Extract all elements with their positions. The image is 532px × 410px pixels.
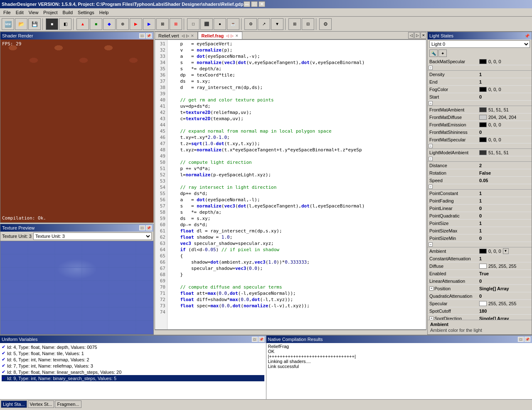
shader-render-dock[interactable]: □ [139,33,145,38]
ambient-dropdown-btn[interactable]: ▼ [503,248,509,254]
texture-preview-pin[interactable]: 📌 [146,225,152,230]
menu-build[interactable]: Build [60,9,75,16]
uniform-vars-pin[interactable]: 📌 [259,337,264,342]
lightmodelambient-swatch[interactable] [479,150,487,155]
right-panel-pin[interactable]: 📌 [524,33,530,38]
diffuse-swatch[interactable] [479,264,487,269]
menu-file[interactable]: File [1,9,13,16]
uniform-vars-dock[interactable]: □ [252,337,258,342]
section-motion[interactable]: − [428,156,532,162]
uniform-item-9[interactable]: ✔ Id: 9, Type: int, Name: binary_search_… [2,375,264,381]
code-content[interactable]: p = eyeSpaceVert; v = normalize(p); a = … [167,40,426,329]
toolbar-shape-sphere[interactable]: ● [214,18,226,30]
prop-frontmatdiffuse-value[interactable]: 204, 204, 204 [478,114,532,120]
light-tool-2[interactable]: ✦ [438,49,447,57]
prop-specular-value[interactable]: 255, 255, 255 [478,301,532,306]
toolbar-dropdown[interactable]: ▼ [271,18,283,30]
prop-pointsizemax-value[interactable]: 1 [478,228,532,234]
backmatspecular-swatch[interactable] [479,59,487,64]
prop-speed-value[interactable]: 0.05 [478,178,532,183]
tab-nav-close[interactable]: ✕ [421,32,426,39]
tab-frag-close[interactable]: ✕ [235,34,239,38]
toolbar-shape-box[interactable]: □ [187,18,200,30]
toolbar-save[interactable]: 💾 [28,18,41,30]
prop-frontmatambient-value[interactable]: 51, 51, 51 [478,107,532,113]
section-motion-toggle[interactable]: − [429,157,433,161]
section-fog[interactable]: − [428,65,532,71]
statusbar-lightstates[interactable]: Light Sta... [1,400,27,408]
maximize-button[interactable]: □ [251,1,258,7]
prop-lightmodelambient-value[interactable]: 51, 51, 51 [478,150,532,156]
section-light[interactable]: − [428,242,532,247]
prop-spotdirection-value[interactable]: Single[] Array [478,316,532,320]
frontmatambient-swatch[interactable] [479,107,487,112]
tab-nav-right[interactable]: ▷ [414,32,420,39]
horizontal-scrollbar[interactable] [155,330,426,335]
toolbar-scene1[interactable]: ▲ [76,18,89,30]
prop-enabled-value[interactable]: True [478,271,532,277]
prop-linearattenuation-value[interactable]: 0 [478,278,532,284]
section-lightmodel-toggle[interactable]: − [429,144,433,148]
prop-pointconstant-value[interactable]: 1 [478,190,532,196]
shader-render-pin[interactable]: 📌 [146,33,152,38]
specular-swatch[interactable] [479,301,487,306]
toolbar-render1[interactable]: ■ [46,18,58,30]
section-fog-toggle[interactable]: − [429,66,433,70]
section-lightmodel[interactable]: − [428,143,532,149]
statusbar-vertexst[interactable]: Vertex St... [28,400,54,408]
menu-project[interactable]: Project [41,9,60,16]
toolbar-light[interactable]: ⚙ [244,18,257,30]
toolbar-compile3[interactable]: ⊠ [156,18,169,30]
toolbar-shape-teapot[interactable]: ☕ [227,18,239,30]
prop-pointquadratic-value[interactable]: 0 [478,213,532,219]
fogcolor-swatch[interactable] [479,87,487,92]
prop-start-value[interactable]: 0 [478,94,532,100]
prop-frontmatspecular-value[interactable]: 0, 0, 0 [478,137,532,143]
prop-constattenuation-value[interactable]: 1 [478,256,532,262]
tab-nav-left[interactable]: ◁ [408,32,414,39]
toolbar-new[interactable]: 🆕 [2,18,14,30]
texture-preview-dock[interactable]: □ [139,225,145,230]
toolbar-arrow[interactable]: ↗ [258,18,270,30]
prop-end-value[interactable]: 1 [478,79,532,85]
toolbar-scene2[interactable]: ■ [90,18,102,30]
native-compile-pin[interactable]: 📌 [525,337,530,342]
code-editor[interactable]: 3132333435 3637383940 4142434445 4647484… [155,40,426,330]
minimize-button[interactable]: — [244,1,250,7]
ambient-swatch[interactable] [479,249,487,254]
prop-rotation-value[interactable]: False [478,170,532,176]
menu-help[interactable]: Help [97,9,111,16]
prop-backmatspecular-value[interactable]: 0, 0, 0 [478,59,532,64]
prop-spotcutoff-value[interactable]: 180 [478,308,532,314]
toolbar-settings[interactable]: ⚙ [319,18,332,30]
frontmatdiffuse-swatch[interactable] [479,115,487,120]
toolbar-open[interactable]: 📂 [15,18,27,30]
menu-settings[interactable]: Settings [75,9,97,16]
section-point[interactable]: − [428,184,532,190]
menu-edit[interactable]: Edit [13,9,26,16]
toolbar-scene3[interactable]: ◆ [103,18,116,30]
prop-pointfading-value[interactable]: 1 [478,198,532,204]
toolbar-compile4[interactable]: ⊠ [170,18,182,30]
toolbar-tex2[interactable]: ⊟ [302,18,314,30]
prop-density-value[interactable]: 1 [478,72,532,77]
section-point-toggle[interactable]: − [429,185,433,189]
light-tool-1[interactable]: 🔦 [429,49,438,57]
texture-unit-dropdown[interactable]: Texture Unit: 3 [33,232,152,240]
prop-frontmatshininess-value[interactable]: 0 [478,129,532,135]
prop-ambient-value[interactable]: 0, 0, 0 ▼ [478,248,532,254]
frontmatspecular-swatch[interactable] [479,137,487,142]
prop-position-value[interactable]: Single[] Array [478,286,532,291]
toolbar-shape-cyl[interactable]: ⬛ [200,18,213,30]
statusbar-fragmen[interactable]: Fragmen... [55,400,81,408]
prop-quadraticattenuation-value[interactable]: 0 [478,293,532,299]
menu-view[interactable]: View [26,9,41,16]
prop-pointlinear-value[interactable]: 0 [478,205,532,211]
tab-vert[interactable]: Relief.vert ◁ ▷ ✕ [155,32,198,39]
prop-pointsizemin-value[interactable]: 0 [478,235,532,241]
prop-pointsize-value[interactable]: 1 [478,220,532,226]
section-frontmat-toggle[interactable]: − [429,101,433,105]
close-button[interactable]: ✕ [259,1,265,7]
prop-frontmatemission-value[interactable]: 0, 0, 0 [478,122,532,128]
toolbar-tex1[interactable]: ⊞ [288,18,301,30]
